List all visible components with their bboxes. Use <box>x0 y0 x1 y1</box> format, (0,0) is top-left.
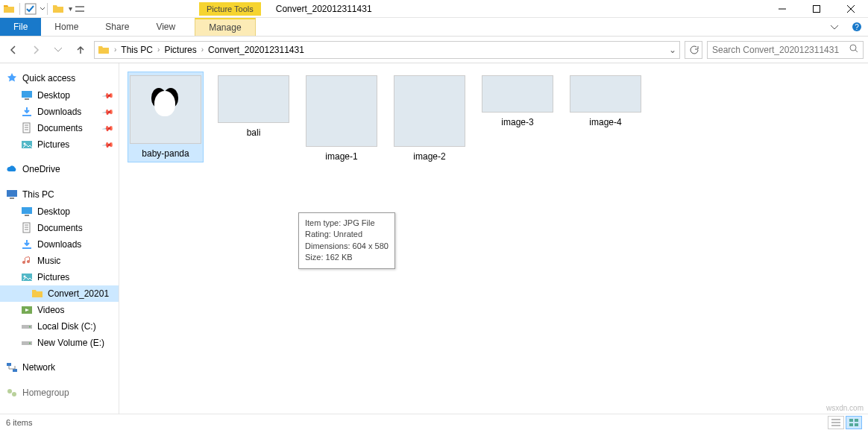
up-button[interactable] <box>72 41 89 59</box>
file-list-pane[interactable]: baby-pandabaliimage-1image-2image-3image… <box>119 63 868 414</box>
search-icon[interactable] <box>849 44 858 55</box>
file-item[interactable]: image-4 <box>568 72 643 130</box>
sidebar-item-label: Convert_20201 <box>48 288 109 299</box>
svg-point-29 <box>12 392 16 396</box>
overflow-icon[interactable] <box>74 3 86 15</box>
svg-rect-7 <box>22 91 32 98</box>
sidebar-item[interactable]: Pictures <box>0 269 119 285</box>
pin-icon: 📌 <box>102 122 114 134</box>
search-box[interactable] <box>707 41 864 59</box>
svg-point-28 <box>7 389 12 393</box>
status-item-count: 6 items <box>6 418 32 427</box>
minimize-button[interactable] <box>765 0 799 18</box>
folder-icon <box>98 44 110 56</box>
thumbnails-view-button[interactable] <box>846 416 862 429</box>
svg-rect-1 <box>75 6 84 7</box>
breadcrumb-bar[interactable]: › This PC› Pictures› Convert_20201231143… <box>94 41 680 59</box>
folder-icon <box>52 3 64 15</box>
sidebar-item[interactable]: Convert_20201 <box>0 285 119 302</box>
breadcrumb-item[interactable]: Convert_202012311431 <box>205 45 307 55</box>
sidebar-item[interactable]: Local Disk (C:) <box>0 318 119 335</box>
star-icon <box>6 72 18 84</box>
pin-icon: 📌 <box>102 89 114 101</box>
breadcrumb-item[interactable]: Pictures <box>161 45 199 55</box>
sidebar-item[interactable]: Videos <box>0 302 119 318</box>
documents-icon <box>21 122 33 134</box>
search-input[interactable] <box>712 45 849 55</box>
sidebar-network[interactable]: Network <box>0 358 119 376</box>
file-item[interactable]: baby-panda <box>128 72 203 162</box>
navigation-pane: Quick access Desktop📌Downloads📌Documents… <box>0 63 119 414</box>
file-tooltip: Item type: JPG File Rating: Unrated Dime… <box>298 212 395 269</box>
svg-rect-8 <box>25 98 29 100</box>
breadcrumb-item[interactable]: This PC <box>118 45 156 55</box>
svg-rect-2 <box>75 10 84 12</box>
sidebar-item-label: Pictures <box>37 139 69 150</box>
details-view-button[interactable] <box>828 416 844 429</box>
downloads-icon <box>21 238 33 250</box>
sidebar-item[interactable]: New Volume (E:) <box>0 335 119 351</box>
ribbon: File Home Share View Manage ? <box>0 18 868 37</box>
desktop-icon <box>21 89 33 101</box>
checkbox-icon[interactable] <box>25 3 37 15</box>
refresh-button[interactable] <box>685 41 702 59</box>
drive-icon <box>21 320 33 332</box>
sidebar-quick-access[interactable]: Quick access <box>0 69 119 87</box>
forward-button[interactable] <box>27 41 45 59</box>
file-item[interactable]: image-1 <box>304 72 379 165</box>
file-name: image-2 <box>413 151 445 162</box>
downloads-icon <box>21 106 33 118</box>
tab-share[interactable]: Share <box>92 18 142 36</box>
monitor-icon <box>6 189 18 200</box>
back-button[interactable] <box>4 41 22 59</box>
pictures-icon <box>21 139 33 151</box>
sidebar-item[interactable]: Downloads📌 <box>0 104 119 120</box>
ribbon-expand-button[interactable] <box>823 18 846 36</box>
videos-icon <box>21 304 33 316</box>
qat-dropdown-icon[interactable] <box>40 3 45 15</box>
svg-point-25 <box>29 343 31 344</box>
title-bar: ▾ Picture Tools Convert_202012311431 <box>0 0 868 18</box>
sidebar-homegroup[interactable]: Homegroup <box>0 384 119 402</box>
sidebar-item-label: Desktop <box>37 206 70 217</box>
file-item[interactable]: image-3 <box>480 72 555 130</box>
sidebar-this-pc[interactable]: This PC <box>0 186 119 203</box>
sidebar-item[interactable]: Documents📌 <box>0 120 119 136</box>
quick-access-toolbar: ▾ <box>0 0 86 17</box>
file-thumbnail <box>570 75 641 113</box>
help-button[interactable]: ? <box>846 18 868 36</box>
close-button[interactable] <box>834 0 868 18</box>
svg-text:?: ? <box>855 23 859 31</box>
tab-view[interactable]: View <box>142 18 189 36</box>
file-name: bali <box>247 127 261 138</box>
svg-point-23 <box>29 326 31 328</box>
svg-point-12 <box>24 143 26 145</box>
drive-icon <box>21 337 33 349</box>
sidebar-item[interactable]: Desktop <box>0 203 119 220</box>
music-icon <box>21 255 33 267</box>
address-dropdown-icon[interactable]: ⌄ <box>669 45 676 55</box>
sidebar-item-label: Music <box>37 256 60 266</box>
file-item[interactable]: image-2 <box>392 72 467 165</box>
sidebar-item[interactable]: Documents <box>0 220 119 236</box>
sidebar-onedrive[interactable]: OneDrive <box>0 160 119 178</box>
pictures-icon <box>21 271 33 283</box>
svg-point-6 <box>850 45 856 51</box>
svg-rect-33 <box>855 423 858 426</box>
sidebar-item[interactable]: Downloads <box>0 236 119 253</box>
maximize-button[interactable] <box>799 0 834 18</box>
recent-locations-button[interactable] <box>49 41 67 59</box>
tab-manage[interactable]: Manage <box>195 18 255 36</box>
window-title: Convert_202012311431 <box>276 4 372 14</box>
file-item[interactable]: bali <box>216 72 291 141</box>
file-name: image-4 <box>589 117 621 127</box>
sidebar-item[interactable]: Desktop📌 <box>0 87 119 104</box>
svg-rect-31 <box>855 419 858 422</box>
documents-icon <box>21 222 33 234</box>
sidebar-item[interactable]: Pictures📌 <box>0 136 119 153</box>
network-icon <box>6 361 18 373</box>
sidebar-item[interactable]: Music <box>0 253 119 269</box>
svg-rect-9 <box>22 115 31 116</box>
tab-home[interactable]: Home <box>41 18 92 36</box>
file-tab[interactable]: File <box>0 18 41 36</box>
